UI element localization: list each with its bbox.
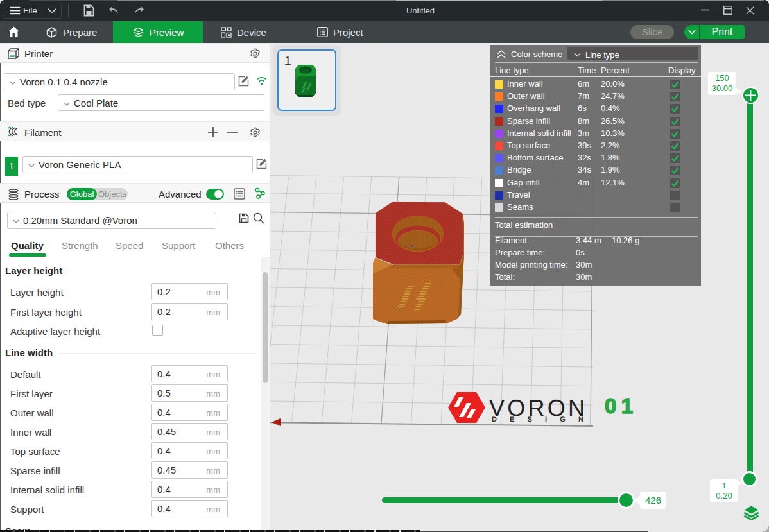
svg-text:01: 01: [605, 394, 638, 418]
